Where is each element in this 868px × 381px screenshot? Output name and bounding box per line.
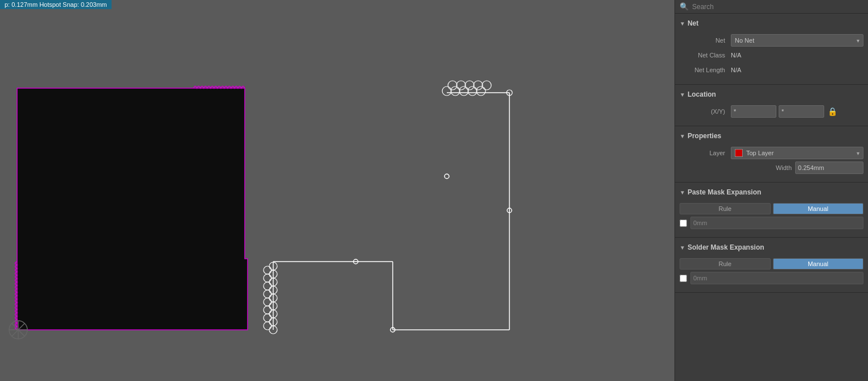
properties-section-header[interactable]: ▼ Properties (675, 130, 868, 142)
width-label: Width (776, 164, 795, 171)
paste-mask-section-title: Paste Mask Expansion (688, 188, 761, 196)
svg-point-8 (465, 81, 474, 90)
solder-mask-value-input[interactable] (690, 272, 863, 284)
svg-point-32 (264, 274, 271, 282)
right-panel: 🔍 ▼ Net Net No Net ▾ Net Class N/A Net L… (674, 0, 868, 381)
canvas-area[interactable]: p: 0.127mm Hotspot Snap: 0.203mm (0, 0, 674, 381)
location-section-body: (X/Y) 🔒 (675, 101, 868, 122)
net-length-label: Net Length (680, 67, 731, 73)
svg-point-33 (264, 282, 271, 290)
info-bar: p: 0.127mm Hotspot Snap: 0.203mm (0, 0, 112, 9)
net-row: Net No Net ▾ (680, 34, 863, 47)
solder-mask-checkbox[interactable] (680, 275, 687, 282)
svg-marker-0 (17, 88, 248, 330)
svg-point-34 (264, 290, 271, 298)
lock-icon[interactable]: 🔒 (828, 107, 837, 116)
paste-mask-rule-manual-row: Rule Manual (680, 203, 863, 214)
net-dropdown[interactable]: No Net ▾ (731, 34, 863, 47)
width-row: Width (680, 161, 863, 174)
layer-row: Layer Top Layer ▾ (680, 147, 863, 159)
solder-mask-check-row (680, 272, 863, 284)
net-class-label: Net Class (680, 52, 731, 59)
solder-mask-triangle-icon: ▼ (680, 245, 685, 251)
endpoint-circles-left (264, 262, 277, 334)
properties-section: ▼ Properties Layer Top Layer ▾ Width (675, 126, 868, 183)
width-input[interactable] (795, 161, 863, 174)
net-class-value: N/A (731, 52, 741, 59)
solder-mask-section-body: Rule Manual (675, 254, 868, 289)
svg-point-4 (468, 86, 477, 96)
layer-dropdown-arrow-icon: ▾ (857, 150, 859, 156)
svg-point-3 (459, 86, 468, 96)
svg-point-6 (448, 81, 457, 90)
net-section-title: Net (688, 19, 698, 27)
xy-inputs: 🔒 (731, 105, 863, 118)
net-section-body: Net No Net ▾ Net Class N/A Net Length N/… (675, 30, 868, 81)
layer-value: Top Layer (746, 150, 774, 156)
svg-point-7 (456, 81, 466, 90)
layer-color-box (735, 149, 743, 157)
paste-mask-section-body: Rule Manual (675, 198, 868, 234)
net-section: ▼ Net Net No Net ▾ Net Class N/A Net Len… (675, 14, 868, 85)
x-input[interactable] (731, 105, 776, 118)
solder-mask-section-header[interactable]: ▼ Solder Mask Expansion (675, 241, 868, 254)
svg-point-37 (264, 314, 271, 322)
paste-mask-manual-button[interactable]: Manual (773, 203, 864, 214)
xy-row: (X/Y) 🔒 (680, 105, 863, 118)
properties-section-title: Properties (688, 132, 721, 140)
solder-mask-rule-button[interactable]: Rule (680, 258, 771, 270)
svg-point-19 (445, 174, 449, 179)
layer-label: Layer (680, 150, 731, 156)
net-length-value: N/A (731, 67, 741, 73)
net-section-header[interactable]: ▼ Net (675, 17, 868, 30)
paste-mask-rule-button[interactable]: Rule (680, 203, 771, 214)
location-section-title: Location (688, 90, 716, 98)
net-length-row: Net Length N/A (680, 64, 863, 76)
solder-mask-section-title: Solder Mask Expansion (688, 243, 764, 251)
properties-triangle-icon: ▼ (680, 133, 685, 139)
solder-mask-section: ▼ Solder Mask Expansion Rule Manual (675, 238, 868, 293)
solder-mask-rule-manual-row: Rule Manual (680, 258, 863, 270)
net-value: No Net (735, 37, 754, 44)
net-dropdown-arrow-icon: ▾ (857, 38, 859, 44)
svg-point-1 (442, 86, 451, 96)
svg-point-31 (264, 266, 271, 274)
svg-point-35 (264, 298, 271, 306)
search-bar[interactable]: 🔍 (675, 0, 868, 14)
y-input[interactable] (779, 105, 824, 118)
properties-section-body: Layer Top Layer ▾ Width (675, 142, 868, 179)
svg-point-9 (474, 81, 483, 90)
paste-mask-value-input[interactable] (690, 217, 863, 229)
svg-point-36 (264, 306, 271, 314)
paste-mask-section: ▼ Paste Mask Expansion Rule Manual (675, 183, 868, 238)
paste-mask-check-row (680, 217, 863, 229)
svg-point-2 (451, 86, 460, 96)
paste-mask-section-header[interactable]: ▼ Paste Mask Expansion (675, 186, 868, 198)
pcb-shape-left (15, 86, 248, 330)
search-icon: 🔍 (680, 2, 689, 11)
location-section: ▼ Location (X/Y) 🔒 (675, 85, 868, 126)
location-section-header[interactable]: ▼ Location (675, 88, 868, 101)
info-bar-text: p: 0.127mm Hotspot Snap: 0.203mm (5, 1, 107, 8)
endpoint-circles-top (442, 81, 512, 96)
svg-point-5 (476, 86, 486, 96)
layer-dropdown[interactable]: Top Layer ▾ (731, 147, 863, 159)
origin-crosshair (9, 321, 27, 339)
location-triangle-icon: ▼ (680, 92, 685, 98)
paste-mask-checkbox[interactable] (680, 220, 687, 227)
svg-point-38 (264, 322, 271, 330)
net-class-row: Net Class N/A (680, 49, 863, 61)
svg-point-10 (482, 81, 491, 90)
solder-mask-manual-button[interactable]: Manual (773, 258, 864, 270)
paste-mask-triangle-icon: ▼ (680, 189, 685, 196)
pcb-canvas (0, 0, 674, 381)
xy-label: (X/Y) (680, 108, 731, 115)
pcb-trace-right (264, 81, 512, 334)
net-label: Net (680, 37, 731, 44)
net-triangle-icon: ▼ (680, 20, 685, 27)
search-input[interactable] (692, 3, 863, 11)
